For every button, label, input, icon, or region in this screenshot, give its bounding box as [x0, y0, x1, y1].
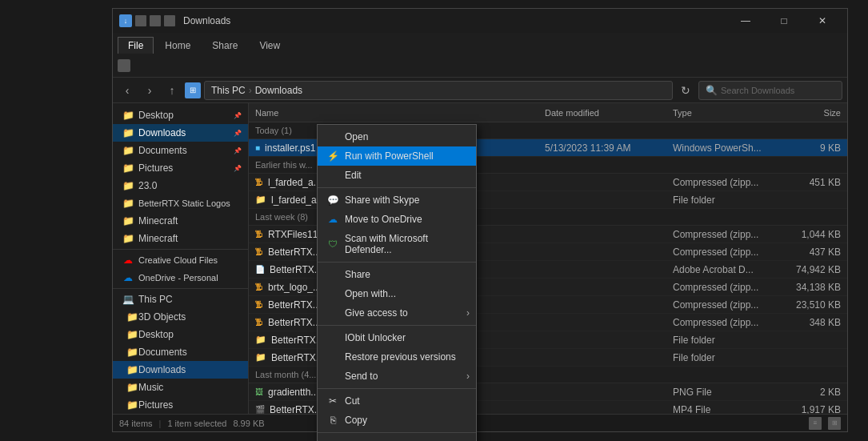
- quick-access-icon1[interactable]: [135, 15, 146, 26]
- close-button[interactable]: ✕: [804, 9, 841, 33]
- zip-icon: 🗜: [255, 283, 263, 291]
- tab-share[interactable]: Share: [202, 37, 248, 54]
- folder-icon: 📁: [122, 198, 134, 209]
- folder-icon: 📁: [122, 145, 134, 156]
- folder-icon: 📁: [122, 127, 134, 138]
- folder-icon: 📁: [255, 194, 266, 205]
- refresh-button[interactable]: ↻: [676, 81, 695, 100]
- ctx-sep1: [318, 187, 476, 188]
- sidebar-item-minecraft1[interactable]: 📁 Minecraft: [113, 212, 248, 230]
- tab-file[interactable]: File: [118, 37, 154, 54]
- skype-icon: 💬: [327, 194, 338, 206]
- address-bar-row: ‹ › ↑ ⊞ This PC › Downloads ↻ 🔍 Search D…: [113, 78, 847, 103]
- sidebar-label-minecraft2: Minecraft: [138, 233, 178, 244]
- sidebar-label-onedrive: OneDrive - Personal: [138, 273, 218, 283]
- folder-icon: 📁: [122, 110, 134, 121]
- folder-icon: 📁: [122, 311, 134, 323]
- sidebar-item-documents[interactable]: 📁 Documents 📌: [113, 142, 248, 159]
- view-toggle-large[interactable]: ⊞: [828, 417, 841, 430]
- sidebar-label-thispc: This PC: [138, 294, 173, 305]
- sidebar-item-creative-cloud[interactable]: ☁ Creative Cloud Files: [113, 251, 248, 269]
- minimize-button[interactable]: —: [727, 9, 764, 33]
- mp4-icon: 🎬: [255, 405, 265, 414]
- forward-button[interactable]: ›: [140, 81, 159, 100]
- search-placeholder: Search Downloads: [721, 86, 794, 95]
- zip-icon: 🗜: [255, 318, 263, 327]
- quick-access-icon3[interactable]: [164, 15, 175, 26]
- ctx-scan-defender[interactable]: 🛡 Scan with Microsoft Defender...: [318, 229, 476, 259]
- share-icon: [327, 269, 338, 280]
- sidebar-item-23[interactable]: 📁 23.0: [113, 177, 248, 194]
- sidebar-item-betterrtx[interactable]: 📁 BetterRTX Static Logos: [113, 194, 248, 212]
- file-size: 9 KB: [777, 142, 841, 154]
- file-type: Compressed (zipp...: [673, 299, 777, 311]
- ribbon-actions: [113, 54, 847, 78]
- ctx-run-powershell[interactable]: ⚡ Run with PowerShell: [318, 146, 476, 166]
- onedrive-icon: ☁: [122, 272, 134, 283]
- ctx-share-label: Share: [345, 269, 370, 280]
- sidebar-item-downloads[interactable]: 📁 Downloads 📌: [113, 124, 248, 142]
- pin-icon: 📌: [234, 165, 242, 172]
- file-name: BetterRTX...: [268, 299, 321, 311]
- sidebar-label-downloads2: Downloads: [138, 364, 186, 375]
- sidebar-item-downloads2[interactable]: 📁 Downloads: [113, 361, 248, 379]
- sidebar-label-23: 23.0: [138, 180, 157, 191]
- address-box[interactable]: This PC › Downloads: [204, 81, 673, 100]
- ctx-send-to[interactable]: Send to ›: [318, 367, 476, 386]
- help-icon[interactable]: [118, 59, 130, 72]
- file-date: 5/13/2023 11:39 AM: [545, 142, 673, 154]
- sidebar-item-music[interactable]: 📁 Music: [113, 379, 248, 396]
- tab-view[interactable]: View: [249, 37, 290, 54]
- quick-access-icon2[interactable]: [150, 15, 161, 26]
- back-button[interactable]: ‹: [118, 81, 137, 100]
- col-size[interactable]: Size: [777, 108, 841, 118]
- file-size: 2 KB: [777, 387, 841, 398]
- ctx-sep4: [318, 388, 476, 389]
- col-type[interactable]: Type: [673, 108, 777, 118]
- sidebar-item-3d[interactable]: 📁 3D Objects: [113, 308, 248, 326]
- ctx-iobit[interactable]: IObit Unlocker: [318, 328, 476, 347]
- up-button[interactable]: ↑: [162, 81, 182, 100]
- ctx-share[interactable]: Share: [318, 265, 476, 284]
- folder-icon: 📁: [122, 347, 134, 358]
- search-box[interactable]: 🔍 Search Downloads: [698, 81, 842, 100]
- ctx-copy[interactable]: ⎘ Copy: [318, 411, 476, 430]
- ctx-open-with[interactable]: Open with...: [318, 284, 476, 303]
- chevron-right-icon: ›: [466, 307, 470, 319]
- explorer-window: ↓ Downloads — □ ✕ File Home Share View ‹…: [112, 8, 848, 432]
- ctx-give-access[interactable]: Give access to ›: [318, 303, 476, 323]
- sidebar-item-minecraft2[interactable]: 📁 Minecraft: [113, 230, 248, 247]
- status-selected: 1 item selected: [167, 419, 226, 428]
- sidebar-item-pictures2[interactable]: 📁 Pictures: [113, 396, 248, 414]
- ctx-share-skype[interactable]: 💬 Share with Skype: [318, 190, 476, 210]
- ctx-edit[interactable]: Edit: [318, 166, 476, 185]
- pin-icon: 📌: [234, 130, 242, 137]
- file-type: File folder: [673, 194, 777, 206]
- sidebar-label-betterrtx: BetterRTX Static Logos: [138, 198, 230, 208]
- sidebar-item-onedrive[interactable]: ☁ OneDrive - Personal: [113, 269, 248, 287]
- openwith-icon: [327, 288, 338, 299]
- col-name[interactable]: Name: [255, 108, 545, 118]
- sidebar-label-downloads: Downloads: [138, 127, 186, 138]
- col-date[interactable]: Date modified: [545, 108, 673, 118]
- ctx-open[interactable]: Open: [318, 127, 476, 146]
- sidebar-item-documents2[interactable]: 📁 Documents: [113, 343, 248, 361]
- maximize-button[interactable]: □: [766, 9, 802, 33]
- ctx-restore-prev[interactable]: Restore previous versions: [318, 347, 476, 367]
- file-type: Windows PowerSh...: [673, 142, 777, 154]
- ctx-onedrive-label: Move to OneDrive: [345, 214, 422, 225]
- ctx-sep2: [318, 262, 476, 263]
- ctx-cut[interactable]: ✂ Cut: [318, 391, 476, 411]
- sidebar-label-desktop: Desktop: [138, 110, 174, 121]
- folder-icon: 📁: [122, 180, 134, 191]
- sidebar-item-desktop[interactable]: 📁 Desktop 📌: [113, 106, 248, 124]
- sidebar-item-desktop2[interactable]: 📁 Desktop: [113, 326, 248, 343]
- view-toggle-details[interactable]: ≡: [809, 417, 822, 430]
- ctx-create-shortcut[interactable]: Create shortcut: [318, 435, 476, 441]
- sidebar-item-pictures[interactable]: 📁 Pictures 📌: [113, 159, 248, 177]
- ctx-move-onedrive[interactable]: ☁ Move to OneDrive: [318, 210, 476, 229]
- sidebar-label-minecraft1: Minecraft: [138, 215, 178, 227]
- tab-home[interactable]: Home: [154, 37, 201, 54]
- file-name: l_farded_a...: [268, 177, 322, 188]
- sidebar-item-this-pc[interactable]: 💻 This PC: [113, 291, 248, 308]
